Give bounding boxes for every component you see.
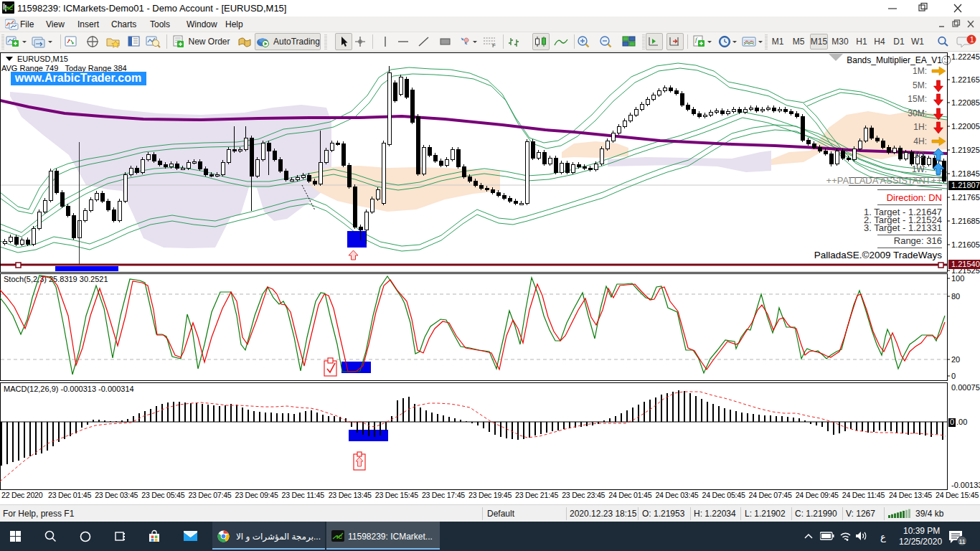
svg-text:www.ArabicTrader.com: www.ArabicTrader.com bbox=[14, 72, 141, 84]
svg-text:23 Dec 13:45: 23 Dec 13:45 bbox=[329, 491, 372, 499]
svg-text:Range: 316: Range: 316 bbox=[894, 235, 942, 246]
svg-text:23 Dec 03:45: 23 Dec 03:45 bbox=[95, 491, 138, 499]
svg-text:F: F bbox=[492, 42, 496, 48]
svg-text:22 Dec 2020: 22 Dec 2020 bbox=[1, 491, 43, 499]
svg-text:23 Dec 09:45: 23 Dec 09:45 bbox=[235, 491, 278, 499]
svg-text:1.22005: 1.22005 bbox=[951, 122, 980, 131]
svg-text:23 Dec 07:45: 23 Dec 07:45 bbox=[188, 491, 231, 499]
svg-text:1.22245: 1.22245 bbox=[951, 52, 980, 61]
svg-text:15M:: 15M: bbox=[908, 94, 927, 104]
svg-text:0: 0 bbox=[951, 372, 956, 380]
svg-text:23 Dec 15:45: 23 Dec 15:45 bbox=[375, 491, 418, 499]
svg-text:Stoch(5,2,3) 25.8319 30.2521: Stoch(5,2,3) 25.8319 30.2521 bbox=[4, 275, 108, 283]
svg-text:MACD(12,26,9) -0.000313 -0.000: MACD(12,26,9) -0.000313 -0.000314 bbox=[4, 385, 134, 393]
svg-text:1: 1 bbox=[970, 36, 974, 44]
svg-text:24 Dec 01:45: 24 Dec 01:45 bbox=[608, 491, 651, 499]
svg-text:23 Dec 23:45: 23 Dec 23:45 bbox=[562, 491, 605, 499]
svg-text:3. Target - 1.21331: 3. Target - 1.21331 bbox=[864, 222, 942, 233]
svg-text:0.000758: 0.000758 bbox=[951, 383, 980, 392]
svg-text:20: 20 bbox=[951, 355, 960, 364]
svg-text:11: 11 bbox=[959, 538, 966, 545]
svg-text:4H:: 4H: bbox=[913, 136, 927, 146]
svg-text:23 Dec 19:45: 23 Dec 19:45 bbox=[468, 491, 512, 499]
svg-text:1.21540: 1.21540 bbox=[951, 260, 980, 268]
svg-text:23 Dec 21:45: 23 Dec 21:45 bbox=[515, 491, 558, 499]
svg-text:80: 80 bbox=[951, 292, 960, 301]
svg-text:24 Dec 11:45: 24 Dec 11:45 bbox=[842, 491, 885, 499]
svg-text:IC: IC bbox=[7, 5, 13, 11]
svg-text:23 Dec 17:45: 23 Dec 17:45 bbox=[422, 491, 465, 499]
svg-text:1.22165: 1.22165 bbox=[951, 75, 980, 84]
svg-text:30M:: 30M: bbox=[908, 108, 927, 118]
svg-text:24 Dec 05:45: 24 Dec 05:45 bbox=[702, 491, 745, 499]
svg-text:1.21925: 1.21925 bbox=[951, 146, 980, 154]
svg-text:1H:: 1H: bbox=[913, 122, 927, 132]
svg-text:0: 0 bbox=[950, 418, 954, 426]
svg-text:1.21845: 1.21845 bbox=[951, 169, 980, 178]
svg-text:Direction: DN: Direction: DN bbox=[887, 192, 942, 203]
svg-text:1.21605: 1.21605 bbox=[951, 240, 980, 249]
svg-text:EURUSD,M15: EURUSD,M15 bbox=[17, 55, 68, 63]
svg-text:23 Dec 11:45: 23 Dec 11:45 bbox=[282, 491, 325, 499]
svg-text:1.21807: 1.21807 bbox=[951, 181, 980, 189]
svg-text:1M:: 1M: bbox=[913, 66, 927, 76]
svg-text:.00: .00 bbox=[956, 418, 967, 426]
svg-text:100: 100 bbox=[951, 274, 964, 283]
svg-text:23 Dec 05:45: 23 Dec 05:45 bbox=[141, 491, 184, 499]
svg-text:5M:: 5M: bbox=[913, 80, 927, 90]
svg-text:PalladaSE.©2009 TradeWays: PalladaSE.©2009 TradeWays bbox=[814, 250, 943, 260]
svg-text:1D:: 1D: bbox=[913, 150, 927, 160]
svg-text:24 Dec 03:45: 24 Dec 03:45 bbox=[655, 491, 698, 499]
svg-text:IC: IC bbox=[336, 534, 342, 540]
svg-text:1.21765: 1.21765 bbox=[951, 193, 980, 202]
svg-text:1.22085: 1.22085 bbox=[951, 98, 980, 107]
svg-text:24 Dec 09:45: 24 Dec 09:45 bbox=[796, 491, 839, 499]
svg-text:24 Dec 13:45: 24 Dec 13:45 bbox=[889, 491, 932, 499]
svg-text:++PALLADA ASSISTANT++: ++PALLADA ASSISTANT++ bbox=[826, 175, 942, 186]
svg-text:1W:: 1W: bbox=[912, 164, 927, 174]
svg-text:Bands_Multiplier_EA_V1: Bands_Multiplier_EA_V1 bbox=[847, 55, 942, 65]
svg-text:1.21685: 1.21685 bbox=[951, 217, 980, 225]
svg-text:-0.001336: -0.001336 bbox=[951, 481, 980, 489]
svg-text:23 Dec 01:45: 23 Dec 01:45 bbox=[48, 491, 91, 499]
svg-text:24 Dec 07:45: 24 Dec 07:45 bbox=[749, 491, 792, 499]
svg-text:24 Dec 15:45: 24 Dec 15:45 bbox=[936, 491, 979, 499]
